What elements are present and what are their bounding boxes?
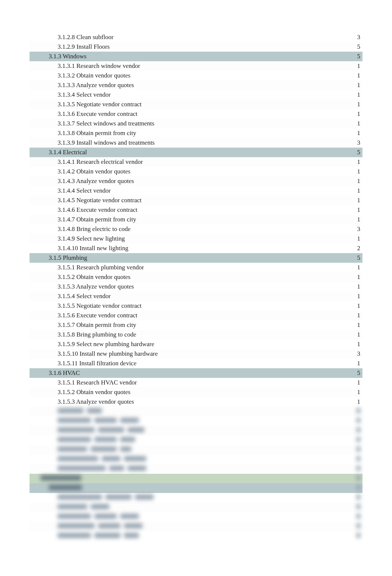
wbs-task-row: 3.1.4.9 Select new lighting1: [30, 234, 362, 244]
wbs-task-row: 3.1.4.7 Obtain permit from city1: [30, 215, 362, 224]
wbs-task-row: 3.1.4.6 Execute vendor contract1: [30, 205, 362, 215]
wbs-task-row: 3.1.4.10 Install new lighting2: [30, 244, 362, 253]
wbs-label: 3.1.5 Plumbing: [30, 254, 340, 262]
wbs-task-row: [30, 522, 362, 531]
wbs-task-row: 3.1.4.2 Obtain vendor quotes1: [30, 167, 362, 176]
wbs-label: 3.1.5.2 Obtain vendor quotes: [30, 389, 340, 396]
wbs-task-row: 3.1.3.3 Analyze vendor quotes1: [30, 80, 362, 90]
wbs-label: 3.1.5.3 Analyze vendor quotes: [30, 283, 340, 290]
wbs-label: 3.1.4.7 Obtain permit from city: [30, 216, 340, 223]
wbs-label: 3.1.5.8 Bring plumbing to code: [30, 331, 340, 338]
wbs-label: [30, 417, 340, 425]
wbs-label: [30, 532, 340, 540]
wbs-label: 3.1.3.5 Negotiate vendor contract: [30, 101, 340, 108]
wbs-value: 3: [340, 225, 362, 233]
wbs-value: 1: [340, 273, 362, 281]
wbs-heading-row: [30, 483, 362, 493]
wbs-task-row: [30, 531, 362, 541]
wbs-label: 3.1.5.11 Install filtration device: [30, 360, 340, 367]
wbs-value: 1: [340, 216, 362, 223]
wbs-task-row: 3.1.5.1 Research HVAC vendor1: [30, 378, 362, 387]
wbs-label: 3.1.4.9 Select new lighting: [30, 235, 340, 242]
wbs-label: [30, 523, 340, 530]
wbs-value: 1: [340, 379, 362, 386]
wbs-task-row: 3.1.5.9 Select new plumbing hardware1: [30, 339, 362, 349]
wbs-value: 2: [340, 245, 362, 252]
wbs-value: [340, 504, 362, 511]
wbs-value: 1: [340, 312, 362, 319]
wbs-task-row: 3.1.3.4 Select vendor1: [30, 90, 362, 100]
wbs-task-row: 3.1.3.7 Select windows and treatments1: [30, 119, 362, 128]
wbs-label: 3.1.5.5 Negotiate vendor contract: [30, 302, 340, 310]
wbs-task-row: 3.1.5.5 Negotiate vendor contract1: [30, 301, 362, 311]
wbs-label: 3.1.3.8 Obtain permit from city: [30, 130, 340, 137]
wbs-task-row: 3.1.4.8 Bring electric to code3: [30, 224, 362, 234]
wbs-value: 1: [340, 110, 362, 118]
wbs-value: 3: [340, 139, 362, 146]
wbs-task-row: [30, 426, 362, 435]
wbs-label: 3.1.2.9 Install Floors: [30, 43, 340, 51]
wbs-label: 3.1.5.1 Research HVAC vendor: [30, 379, 340, 386]
wbs-value: 1: [340, 158, 362, 166]
wbs-label: 3.1.3.7 Select windows and treatments: [30, 120, 340, 127]
wbs-heading-row: 3.1.4 Electrical5: [30, 148, 362, 157]
wbs-value: 1: [340, 101, 362, 108]
wbs-label: 3.1.5.4 Select vendor: [30, 293, 340, 300]
wbs-label: [30, 475, 340, 482]
wbs-value: 5: [340, 43, 362, 51]
wbs-label: 3.1.5.3 Analyze vendor quotes: [30, 398, 340, 406]
wbs-value: 1: [340, 398, 362, 406]
wbs-label: 3.1.4.8 Bring electric to code: [30, 225, 340, 233]
wbs-task-row: 3.1.5.3 Analyze vendor quotes1: [30, 397, 362, 407]
wbs-label: 3.1.4.3 Analyze vendor quotes: [30, 177, 340, 185]
wbs-label: 3.1.4.1 Research electrical vendor: [30, 158, 340, 166]
wbs-task-row: 3.1.4.3 Analyze vendor quotes1: [30, 176, 362, 186]
wbs-value: 3: [340, 34, 362, 41]
wbs-label: 3.1.3.4 Select vendor: [30, 91, 340, 99]
wbs-label: [30, 446, 340, 453]
wbs-task-row: 3.1.5.4 Select vendor1: [30, 292, 362, 301]
wbs-task-row: [30, 455, 362, 464]
wbs-value: 1: [340, 235, 362, 242]
wbs-label: 3.1.4.2 Obtain vendor quotes: [30, 168, 340, 175]
wbs-task-row: [30, 464, 362, 474]
wbs-value: 1: [340, 302, 362, 310]
wbs-label: 3.1.5.9 Select new plumbing hardware: [30, 341, 340, 348]
wbs-label: 3.1.3.6 Execute vendor contract: [30, 110, 340, 118]
wbs-label: 3.1.4.10 Install new lighting: [30, 245, 340, 252]
wbs-label: [30, 504, 340, 511]
wbs-task-row: 3.1.5.8 Bring plumbing to code1: [30, 330, 362, 339]
wbs-value: [340, 465, 362, 473]
wbs-label: 3.1.5.6 Execute vendor contract: [30, 312, 340, 319]
wbs-value: 1: [340, 130, 362, 137]
wbs-label: 3.1.4 Electrical: [30, 149, 340, 156]
wbs-task-row: 3.1.3.5 Negotiate vendor contract1: [30, 100, 362, 109]
wbs-label: 3.1.5.2 Obtain vendor quotes: [30, 273, 340, 281]
wbs-heading-row: 3.1.5 Plumbing5: [30, 253, 362, 263]
wbs-value: 1: [340, 187, 362, 194]
wbs-value: [340, 427, 362, 434]
wbs-label: 3.1.5.10 Install new plumbing hardware: [30, 350, 340, 358]
wbs-label: [30, 427, 340, 434]
wbs-task-row: 3.1.5.11 Install filtration device1: [30, 359, 362, 368]
wbs-value: 1: [340, 341, 362, 348]
wbs-value: [340, 408, 362, 415]
wbs-value: 1: [340, 389, 362, 396]
wbs-label: 3.1.3.3 Analyze vendor quotes: [30, 82, 340, 89]
wbs-task-row: 3.1.5.1 Research plumbing vendor1: [30, 263, 362, 272]
wbs-value: 1: [340, 120, 362, 127]
wbs-value: [340, 446, 362, 453]
wbs-task-row: 3.1.5.6 Execute vendor contract1: [30, 311, 362, 320]
wbs-label: 3.1.6 HVAC: [30, 369, 340, 377]
wbs-value: [340, 456, 362, 463]
wbs-value: 5: [340, 369, 362, 377]
wbs-task-row: [30, 435, 362, 445]
wbs-label: 3.1.3.9 Install windows and treatments: [30, 139, 340, 146]
wbs-table: 3.1.2.8 Clean subfloor33.1.2.9 Install F…: [0, 0, 392, 563]
wbs-task-row: [30, 503, 362, 512]
wbs-value: [340, 475, 362, 482]
wbs-value: 1: [340, 62, 362, 70]
wbs-task-row: [30, 407, 362, 416]
wbs-label: 3.1.3.1 Research window vendor: [30, 62, 340, 70]
wbs-value: 1: [340, 331, 362, 338]
